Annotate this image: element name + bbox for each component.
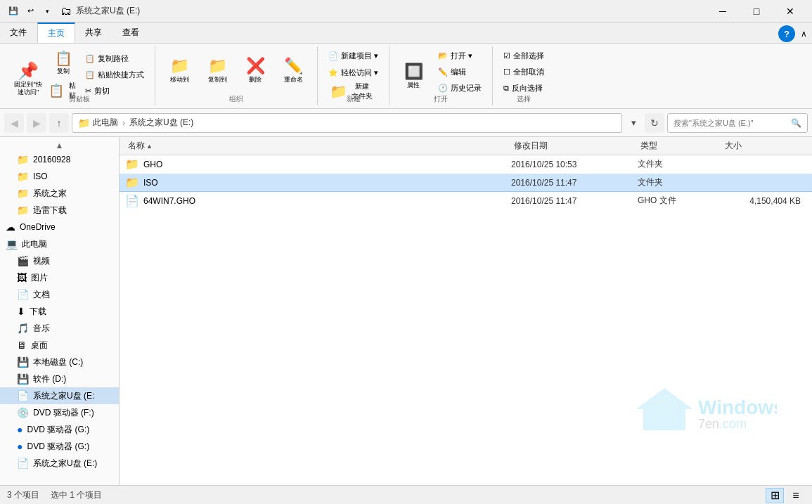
sidebar-item-drive-e2[interactable]: 📄 系统之家U盘 (E:): [0, 455, 119, 472]
open-label: 打开: [389, 94, 492, 104]
ribbon-tabs: 文件 主页 共享 查看 ? ∧: [0, 22, 812, 44]
copy-to-label: 复制到: [208, 75, 227, 84]
new-item-label: 新建项目 ▾: [341, 51, 378, 61]
tab-file[interactable]: 文件: [0, 22, 37, 43]
view-list-btn[interactable]: ≡: [787, 488, 805, 503]
file-type-iso: 文件夹: [638, 176, 722, 188]
file-name-64win7: 📄 64WIN7.GHO: [125, 194, 511, 207]
copy-to-icon: 📁: [208, 58, 227, 74]
main-area: ▲ 📁 20160928 📁 ISO 📁 系统之家 📁 迅雷下载 ☁ OneDr…: [0, 137, 812, 485]
window-controls: ─ □ ✕: [707, 0, 806, 22]
easy-access-icon: ⭐: [328, 68, 338, 77]
address-dropdown-btn[interactable]: ▾: [625, 113, 642, 133]
sidebar-item-drive-g2[interactable]: ● DVD 驱动器 (G:): [0, 438, 119, 455]
move-to-btn[interactable]: 📁 移动到: [161, 49, 198, 93]
copy-path-btn[interactable]: 📋 复制路径: [80, 51, 149, 66]
select-none-btn[interactable]: ☐ 全部取消: [498, 64, 549, 79]
sidebar-item-docs[interactable]: 📄 文档: [0, 286, 119, 303]
sidebar-scroll-up[interactable]: ▲: [0, 140, 119, 151]
sidebar-item-music[interactable]: 🎵 音乐: [0, 320, 119, 337]
history-label: 历史记录: [451, 83, 482, 93]
sidebar-item-pictures[interactable]: 🖼 图片: [0, 269, 119, 286]
svg-marker-2: [647, 393, 682, 407]
view-icons-btn[interactable]: ⊞: [766, 488, 784, 503]
history-icon: 🕐: [438, 84, 448, 93]
open-btn[interactable]: 📂 打开 ▾: [433, 48, 486, 63]
col-size-label: 大小: [725, 140, 742, 152]
col-header-type[interactable]: 类型: [638, 138, 722, 153]
qs-save-btn[interactable]: 💾: [6, 4, 21, 19]
sidebar-item-20160928[interactable]: 📁 20160928: [0, 151, 119, 168]
folder-icon-20160928: 📁: [17, 154, 29, 165]
sidebar-item-drive-f[interactable]: 💿 DVD 驱动器 (F:): [0, 404, 119, 421]
qs-undo-btn[interactable]: ↩: [22, 4, 38, 19]
sidebar-item-thispc[interactable]: 💻 此电脑: [0, 235, 119, 252]
sidebar-item-xitong[interactable]: 📁 系统之家: [0, 185, 119, 202]
sidebar-item-drive-c[interactable]: 💾 本地磁盘 (C:): [0, 354, 119, 370]
ribbon-group-open: 🔲 属性 📂 打开 ▾ ✏️ 编辑 🕐 历史记录: [389, 46, 493, 105]
delete-btn[interactable]: ❌ 删除: [237, 49, 273, 93]
edit-btn[interactable]: ✏️ 编辑: [433, 64, 486, 79]
copy-path-label: 复制路径: [98, 53, 129, 64]
sidebar-item-xunlei[interactable]: 📁 迅雷下载: [0, 202, 119, 219]
search-icon[interactable]: 🔍: [791, 118, 801, 128]
svg-rect-1: [643, 409, 685, 430]
tab-share[interactable]: 共享: [75, 22, 112, 43]
properties-btn[interactable]: 🔲 属性: [395, 55, 432, 98]
sidebar-label-video: 视频: [33, 255, 50, 267]
search-input[interactable]: [674, 119, 788, 127]
quick-save-toolbar: 💾 ↩ ▾: [6, 4, 55, 19]
select-all-btn[interactable]: ☑ 全部选择: [498, 48, 549, 63]
ribbon-collapse-btn[interactable]: ∧: [795, 25, 812, 42]
sidebar-item-iso[interactable]: 📁 ISO: [0, 168, 119, 185]
file-row-64win7[interactable]: 📄 64WIN7.GHO 2016/10/25 11:47 GHO 文件 4,1…: [120, 192, 812, 210]
maximize-btn[interactable]: □: [740, 0, 773, 22]
col-header-size[interactable]: 大小: [722, 138, 806, 153]
minimize-btn[interactable]: ─: [707, 0, 739, 22]
select-none-icon: ☐: [503, 67, 510, 77]
svg-rect-3: [652, 407, 677, 422]
easy-access-btn[interactable]: ⭐ 轻松访问 ▾: [323, 65, 383, 80]
drive-e2-icon: 📄: [17, 458, 29, 469]
sidebar-label-20160928: 20160928: [33, 155, 70, 164]
copy-icon: 📋: [55, 51, 72, 65]
copy-button[interactable]: 📋 复制: [48, 48, 79, 79]
delete-label: 删除: [249, 75, 262, 84]
select-all-icon: ☑: [503, 51, 510, 60]
col-header-name[interactable]: 名称 ▲: [125, 138, 511, 153]
sidebar-item-drive-e[interactable]: 📄 系统之家U盘 (E:: [0, 387, 119, 404]
history-btn[interactable]: 🕐 历史记录: [433, 80, 486, 96]
file-row-iso[interactable]: 📁 ISO 2016/10/25 11:47 文件夹: [120, 174, 812, 192]
invert-btn[interactable]: ⧉ 反向选择: [498, 80, 549, 96]
help-btn[interactable]: ?: [778, 25, 795, 42]
close-btn[interactable]: ✕: [774, 0, 806, 22]
col-header-modified[interactable]: 修改日期: [511, 138, 638, 153]
copy-to-btn[interactable]: 📁 复制到: [199, 49, 236, 93]
invert-label: 反向选择: [512, 83, 543, 93]
tab-home[interactable]: 主页: [37, 22, 75, 43]
paste-shortcut-btn[interactable]: 📋 粘贴快捷方式: [80, 67, 149, 82]
sidebar-label-drive-f: DVD 驱动器 (F:): [33, 407, 94, 419]
sidebar-item-video[interactable]: 🎬 视频: [0, 252, 119, 269]
sidebar-item-desktop[interactable]: 🖥 桌面: [0, 337, 119, 354]
titlebar-title: 系统之家U盘 (E:): [76, 5, 140, 17]
rename-btn[interactable]: ✏️ 重命名: [275, 49, 311, 93]
file-row-gho[interactable]: 📁 GHO 2016/10/25 10:53 文件夹: [120, 155, 812, 174]
select-none-label: 全部取消: [513, 67, 544, 77]
address-box[interactable]: 📁 此电脑 › 系统之家U盘 (E:): [72, 113, 622, 133]
folder-icon-xitong: 📁: [17, 188, 29, 199]
tab-view[interactable]: 查看: [112, 22, 150, 43]
refresh-btn[interactable]: ↻: [645, 113, 664, 133]
sidebar-item-drive-g1[interactable]: ● DVD 驱动器 (G:): [0, 421, 119, 438]
explorer-icon: 🗂: [60, 5, 72, 18]
qs-dropdown-btn[interactable]: ▾: [39, 4, 55, 19]
watermark-container: Windows 7en.com: [622, 385, 777, 443]
sidebar-item-drive-d[interactable]: 💾 软件 (D:): [0, 370, 119, 387]
drive-f-icon: 💿: [17, 407, 29, 418]
new-item-btn[interactable]: 📄 新建项目 ▾: [323, 48, 383, 63]
sidebar-item-onedrive[interactable]: ☁ OneDrive: [0, 219, 119, 235]
music-icon: 🎵: [17, 323, 29, 334]
sidebar-item-download[interactable]: ⬇ 下载: [0, 303, 119, 320]
search-box[interactable]: 🔍: [667, 113, 808, 133]
onedrive-icon: ☁: [6, 221, 15, 233]
